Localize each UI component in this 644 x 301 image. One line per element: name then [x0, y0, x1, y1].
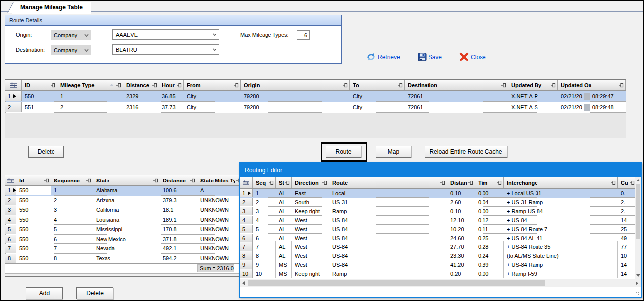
pin-icon[interactable] [51, 83, 55, 88]
row-header[interactable]: 9 [240, 260, 253, 269]
column-header-mileage-type[interactable]: Mileage Type [57, 80, 123, 90]
pin-icon[interactable] [152, 83, 157, 88]
table-row[interactable]: 44ALWestUS-8412.100.12+ US-8414 [240, 216, 637, 225]
table-row[interactable]: 45504Louisiana189.1UNKNOWN [5, 215, 243, 225]
table-row[interactable]: 66ALWestUS-8424.600.25+ US-84 AL-4149 [240, 234, 637, 242]
table-row[interactable]: 11ALEastLocal0.100.00+ Local US-310. [240, 189, 637, 198]
column-header-state[interactable]: State [93, 175, 160, 185]
pin-icon[interactable] [630, 181, 635, 185]
scroll-down-arrow-icon[interactable] [635, 272, 641, 279]
table-row[interactable]: 55ALWestUS-8410.200.11+ US-84 Route 725 [240, 225, 637, 234]
column-header-cu[interactable]: Cu [618, 177, 637, 188]
reload-route-cache-button[interactable]: Reload Entire Route Cache [425, 146, 507, 158]
add-button[interactable]: Add [26, 287, 63, 299]
horizontal-scroll-thumb[interactable] [248, 280, 545, 286]
grid-options-icon[interactable] [5, 175, 16, 185]
routing-editor-titlebar[interactable]: Routing Editor [240, 163, 641, 177]
map-button[interactable]: Map [376, 146, 411, 158]
pin-icon[interactable] [177, 83, 182, 88]
pin-icon[interactable] [116, 83, 121, 88]
grid-options-icon[interactable] [240, 177, 253, 188]
row-header[interactable]: 1 [5, 91, 22, 101]
row-header[interactable]: 5 [5, 225, 16, 234]
column-header-sequence[interactable]: Sequence [51, 175, 93, 185]
column-header-distanc[interactable]: Distanc [447, 177, 475, 188]
table-row[interactable]: 25502Arizona379.3UNKNOWN [5, 196, 243, 206]
row-header[interactable]: 2 [5, 196, 16, 205]
column-header-sta[interactable]: Sta [276, 177, 292, 188]
pin-icon[interactable] [234, 83, 239, 88]
column-header-seq[interactable]: Seq [253, 177, 276, 188]
row-header[interactable]: 4 [5, 215, 16, 225]
pin-icon[interactable] [501, 83, 506, 88]
destination-value-select[interactable]: BLATRU [112, 44, 219, 55]
pin-icon[interactable] [86, 178, 91, 183]
row-header[interactable]: 5 [240, 225, 253, 233]
pin-icon[interactable] [619, 83, 624, 88]
vertical-scrollbar[interactable] [635, 177, 641, 279]
destination-type-select[interactable]: Company [51, 45, 91, 55]
row-header[interactable]: 8 [5, 254, 16, 263]
pin-icon[interactable] [440, 181, 445, 185]
table-row[interactable]: 15501232936.85City79280City72861X.NET-A-… [5, 91, 626, 102]
scroll-right-arrow-icon[interactable] [633, 279, 641, 287]
grid-options-icon[interactable] [5, 80, 22, 90]
row-header[interactable]: 1 [5, 186, 16, 195]
pin-icon[interactable] [551, 83, 556, 88]
pin-icon[interactable] [497, 181, 502, 185]
save-button[interactable]: Save [417, 52, 442, 62]
row-header[interactable]: 1 [240, 189, 253, 197]
table-row[interactable]: 35503California18.1UNKNOWN [5, 205, 243, 215]
column-header-id[interactable]: Id [16, 175, 51, 185]
column-header-origin[interactable]: Origin [241, 80, 350, 90]
row-header[interactable]: 2 [5, 102, 22, 112]
pin-icon[interactable] [190, 178, 195, 183]
origin-value-select[interactable]: AAAEVE [112, 29, 219, 40]
column-header-distance[interactable]: Distance [123, 80, 159, 90]
delete-top-button[interactable]: Delete [28, 146, 64, 158]
vertical-scroll-thumb[interactable] [636, 184, 640, 239]
table-row[interactable]: 85508Texas594.2UNKNOWN [5, 254, 243, 264]
route-button[interactable]: Route [326, 146, 361, 158]
pin-icon[interactable] [285, 181, 290, 185]
pin-icon[interactable] [343, 83, 348, 88]
column-header-updated-by[interactable]: Updated By [508, 80, 558, 90]
row-header[interactable]: 10 [240, 269, 253, 278]
max-mileage-input[interactable] [297, 30, 310, 40]
column-header-destination[interactable]: Destination [405, 80, 508, 90]
table-row[interactable]: 99MSWestUS-8441.200.39+ US-84 Ramp14 [240, 260, 637, 269]
table-row[interactable]: 33ALKeep rightRamp0.100.00+ Ramp US-842. [240, 207, 637, 216]
column-header-updated-on[interactable]: Updated On [558, 80, 626, 90]
row-header[interactable]: 7 [240, 242, 253, 251]
table-row[interactable]: 55505Mississippi170.8UNKNOWN [5, 225, 243, 235]
table-row[interactable]: 65506New Mexico371.8UNKNOWN [5, 235, 243, 244]
column-header-from[interactable]: From [184, 80, 241, 90]
table-row[interactable]: 75507Nevada492.1UNKNOWN [5, 244, 243, 254]
scroll-left-arrow-icon[interactable] [240, 279, 247, 287]
row-header[interactable]: 6 [240, 234, 253, 242]
pin-icon[interactable] [322, 181, 327, 185]
column-header-distance[interactable]: Distance [160, 175, 197, 185]
pin-icon[interactable] [398, 83, 403, 88]
column-header-direction[interactable]: Direction [292, 177, 329, 188]
origin-type-select[interactable]: Company [51, 30, 91, 40]
row-header[interactable]: 4 [240, 216, 253, 224]
table-row[interactable]: 88ALWestUS-8423.300.24(to AL/MS State Li… [240, 251, 637, 260]
row-header[interactable]: 2 [240, 198, 253, 206]
table-row[interactable]: 15501Alabama100.6A [5, 186, 243, 196]
scroll-up-arrow-icon[interactable] [635, 177, 641, 183]
horizontal-scrollbar[interactable] [240, 279, 641, 287]
row-header[interactable]: 3 [240, 207, 253, 215]
table-row[interactable]: 25512231637.73City79280City72861X.NET-A-… [5, 102, 626, 113]
column-header-id[interactable]: ID [22, 80, 57, 90]
delete-bottom-button[interactable]: Delete [76, 287, 113, 299]
column-header-tim[interactable]: Tim [475, 177, 504, 188]
row-header[interactable]: 8 [240, 251, 253, 260]
column-header-interchange[interactable]: Interchange [504, 177, 618, 188]
table-row[interactable]: 22ALSouthUS-312.600.04+ US-31 Ramp2. [240, 198, 637, 207]
close-button[interactable]: Close [459, 52, 486, 61]
pin-icon[interactable] [611, 181, 616, 185]
table-row[interactable]: 77ALWestUS-8427.700.28+ US-84 Route 3577 [240, 242, 637, 251]
pin-icon[interactable] [468, 181, 473, 185]
column-header-hour[interactable]: Hour [159, 80, 184, 90]
